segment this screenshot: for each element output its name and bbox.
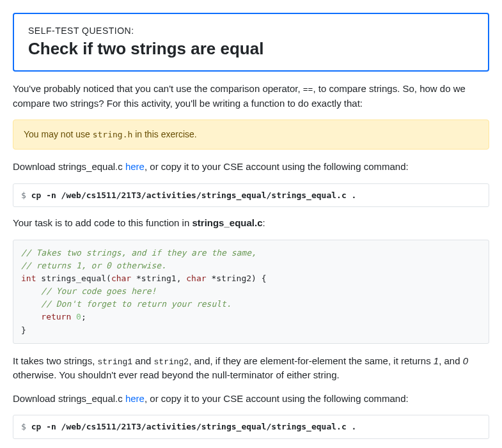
- code-comment-1: // Takes two strings, and if they are th…: [21, 248, 256, 258]
- intro-text-1: You've probably noticed that you can't u…: [13, 83, 303, 94]
- download-link[interactable]: here: [125, 161, 145, 172]
- download-pre-2: Download strings_equal.c: [13, 393, 125, 404]
- arg1: *string1,: [131, 274, 186, 283]
- desc-p1: It takes two strings,: [13, 355, 98, 366]
- task-post: :: [263, 217, 265, 228]
- task-pre: Your task is to add code to this functio…: [13, 217, 192, 228]
- download-paragraph-2: Download strings_equal.c here, or copy i…: [13, 392, 489, 406]
- command-text: cp -n /web/cs1511/21T3/activities/string…: [31, 190, 357, 200]
- download-link-2[interactable]: here: [125, 393, 145, 404]
- task-paragraph-1: Your task is to add code to this functio…: [13, 216, 489, 231]
- description-paragraph: It takes two strings, string1 and string…: [13, 354, 489, 383]
- task-file: strings_equal.c: [192, 217, 262, 228]
- warning-alert: You may not use string.h in this exercis…: [13, 120, 489, 150]
- desc-one: 1: [434, 355, 439, 366]
- intro-paragraph: You've probably noticed that you can't u…: [13, 82, 489, 111]
- warning-code: string.h: [93, 130, 133, 139]
- question-label: SELF-TEST QUESTION:: [28, 24, 474, 38]
- question-card: SELF-TEST QUESTION: Check if two strings…: [13, 13, 489, 72]
- download-post-2: , or copy it to your CSE account using t…: [145, 393, 409, 404]
- kw-char-2: char: [186, 274, 206, 283]
- fn-name: strings_equal(: [36, 274, 111, 283]
- code-block-1: // Takes two strings, and if they are th…: [13, 240, 489, 344]
- code-comment-3: // Your code goes here!: [21, 286, 156, 296]
- download-pre: Download strings_equal.c: [13, 161, 125, 172]
- semi: ;: [81, 312, 86, 321]
- desc-s2: string2: [154, 357, 189, 367]
- prompt: $: [21, 190, 31, 200]
- desc-zero: 0: [463, 355, 468, 366]
- desc-s1: string1: [98, 357, 133, 367]
- arg2: *string2) {: [207, 274, 267, 283]
- indent: [21, 312, 41, 321]
- prompt-2: $: [21, 422, 31, 431]
- space: [71, 312, 76, 321]
- download-paragraph-1: Download strings_equal.c here, or copy i…: [13, 160, 489, 174]
- kw-return: return: [41, 312, 71, 321]
- command-block-2: $ cp -n /web/cs1511/21T3/activities/stri…: [13, 415, 489, 439]
- operator-code: ==: [303, 85, 313, 95]
- warning-post: in this exercise.: [132, 129, 196, 139]
- kw-char-1: char: [111, 274, 131, 283]
- warning-pre: You may not use: [24, 129, 93, 139]
- command-block-1: $ cp -n /web/cs1511/21T3/activities/stri…: [13, 183, 489, 208]
- download-post: , or copy it to your CSE account using t…: [145, 161, 409, 172]
- desc-p4: , and: [439, 355, 463, 366]
- code-comment-2: // returns 1, or 0 otherwise.: [21, 261, 166, 270]
- command-text-2: cp -n /web/cs1511/21T3/activities/string…: [31, 422, 357, 431]
- code-comment-4: // Don't forget to return your result.: [21, 299, 231, 309]
- desc-p5: otherwise. You shouldn't ever read beyon…: [13, 369, 340, 380]
- desc-p3: , and, if they are element-for-element t…: [189, 355, 434, 366]
- close-brace: }: [21, 325, 26, 335]
- desc-p2: and: [132, 355, 153, 366]
- question-title: Check if two strings are equal: [28, 39, 474, 59]
- zero: 0: [76, 312, 81, 321]
- kw-int: int: [21, 274, 36, 283]
